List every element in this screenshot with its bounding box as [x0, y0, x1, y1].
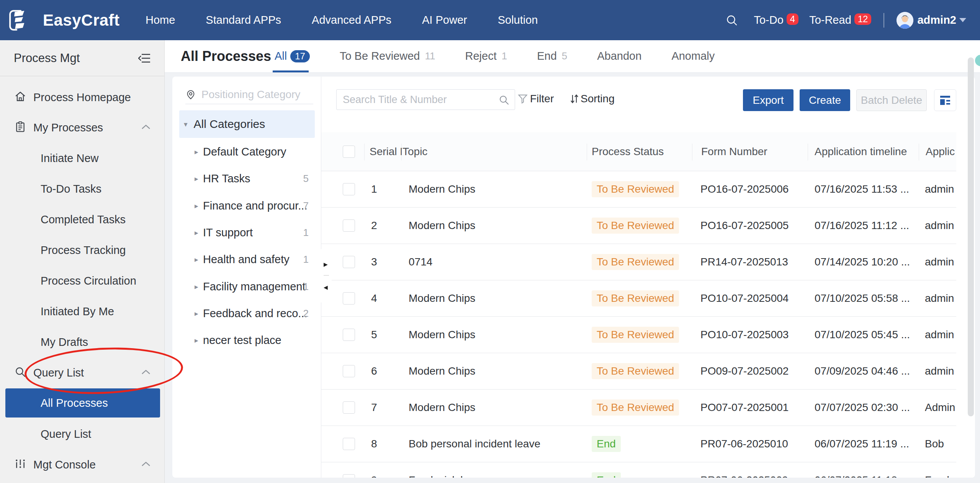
sidebar-item-all-processes-selected[interactable]: All Processes [5, 388, 160, 418]
caret-right-icon: ▸ [195, 174, 198, 183]
tab-anomaly[interactable]: Anomaly [671, 50, 715, 62]
category-count: 5 [303, 173, 309, 185]
clipboard-icon [15, 121, 26, 134]
tab-to-be-reviewed[interactable]: To Be Reviewed 11 [340, 50, 435, 62]
table-row[interactable]: 5 Modern Chips To Be Reviewed PO10-07-20… [321, 317, 956, 353]
row-checkbox[interactable] [343, 329, 355, 341]
sidebar-item-process-circulation[interactable]: Process Circulation [0, 265, 164, 296]
column-settings-button[interactable] [934, 89, 956, 111]
table-region: Filter Sorting Export Create Batch Delet… [321, 77, 956, 478]
select-all-checkbox[interactable] [343, 146, 355, 158]
sidebar-item-mgt-console[interactable]: Mgt Console [0, 449, 164, 480]
sidebar-collapse-icon[interactable] [138, 52, 151, 65]
tab-end[interactable]: End 5 [537, 50, 567, 62]
tab-all[interactable]: All 17 [275, 50, 310, 62]
table-row[interactable]: 1 Modern Chips To Be Reviewed PO16-07-20… [321, 171, 956, 208]
nav-item-home[interactable]: Home [146, 14, 175, 26]
toread-label: To-Read [809, 14, 851, 26]
sorting-button[interactable]: Sorting [569, 93, 615, 105]
toread-link[interactable]: To-Read 12 [809, 14, 871, 26]
category-it-support[interactable]: ▸ IT support 1 [179, 219, 315, 246]
table-row[interactable]: 6 Modern Chips To Be Reviewed PO09-07-20… [321, 353, 956, 390]
category-label: IT support [203, 226, 253, 239]
panel-collapse-handle[interactable]: ▶ ◀ [321, 249, 332, 303]
sidebar-item-todo-tasks[interactable]: To-Do Tasks [0, 174, 164, 204]
sidebar-item-my-processes[interactable]: My Processes [0, 112, 164, 143]
table-search-field[interactable] [336, 89, 515, 110]
row-checkbox[interactable] [343, 256, 355, 268]
easycraft-logo-icon[interactable] [8, 8, 31, 34]
sidebar-item-label: Process Circulation [41, 275, 136, 287]
category-label: Feedback and reco... [203, 307, 307, 320]
category-count: 7 [303, 200, 309, 212]
category-health-safety[interactable]: ▸ Health and safety 1 [179, 246, 315, 273]
row-checkbox[interactable] [343, 474, 355, 478]
table-search-input[interactable] [343, 90, 496, 110]
export-button[interactable]: Export [743, 89, 793, 111]
table-row[interactable]: 4 Modern Chips To Be Reviewed PO10-07-20… [321, 280, 956, 317]
category-facility-management[interactable]: ▸ Facility management 1 [179, 273, 315, 300]
nav-item-ai-power[interactable]: AI Power [422, 14, 467, 26]
cell-timeline: 06/07/2025 11:18 ... [815, 462, 909, 478]
caret-right-icon: ▸ [195, 228, 198, 237]
category-all-categories[interactable]: ▾ All Categories [179, 110, 315, 138]
sidebar-item-initiated-by-me[interactable]: Initiated By Me [0, 296, 164, 327]
sidebar-item-query-list[interactable]: Query List [0, 357, 164, 388]
cell-serial: 9 [371, 462, 377, 478]
category-search-input[interactable] [201, 86, 312, 103]
chevron-up-icon [141, 124, 151, 131]
sidebar-item-query-list-sub[interactable]: Query List [0, 419, 164, 449]
column-divider [808, 144, 808, 160]
cell-timeline: 07/07/2025 02:30 ... [815, 390, 910, 426]
vertical-scrollbar-thumb[interactable] [968, 57, 974, 416]
category-label: HR Tasks [203, 172, 250, 185]
batch-delete-button[interactable]: Batch Delete [856, 89, 927, 111]
row-checkbox[interactable] [343, 401, 355, 414]
table-row[interactable]: 2 Modern Chips To Be Reviewed PO16-07-20… [321, 208, 956, 244]
sidebar-item-initiate-new[interactable]: Initiate New [0, 143, 164, 174]
todo-link[interactable]: To-Do 4 [754, 14, 798, 26]
navbar-search-icon[interactable] [725, 14, 738, 27]
table-row[interactable]: 3 0714 To Be Reviewed PR14-07-2025013 07… [321, 244, 956, 280]
category-feedback[interactable]: ▸ Feedback and reco... 2 [179, 300, 315, 327]
sidebar-item-process-homepage[interactable]: Process Homepage [0, 82, 164, 113]
cell-applicant: Admin [925, 390, 955, 426]
cell-timeline: 07/16/2025 11:12 ... [815, 208, 909, 244]
sidebar-item-my-drafts[interactable]: My Drafts [0, 327, 164, 357]
table-row[interactable]: 8 Bob personal incident leave End PR07-0… [321, 426, 956, 462]
sidebar-item-process-tracking[interactable]: Process Tracking [0, 235, 164, 265]
row-checkbox[interactable] [343, 219, 355, 232]
table-row[interactable]: 9 Frank sick leave End PR07-06-2025009 0… [321, 462, 956, 478]
nav-item-advanced-apps[interactable]: Advanced APPs [312, 14, 391, 26]
row-checkbox[interactable] [343, 183, 355, 195]
category-hr-tasks[interactable]: ▸ HR Tasks 5 [179, 165, 315, 192]
row-checkbox[interactable] [343, 365, 355, 377]
sidebar-item-label: Mgt Console [33, 458, 96, 471]
user-avatar[interactable] [897, 12, 913, 29]
sidebar-item-completed-tasks[interactable]: Completed Tasks [0, 204, 164, 235]
search-icon[interactable] [499, 95, 509, 105]
cell-topic: Modern Chips [409, 280, 475, 316]
row-checkbox[interactable] [343, 292, 355, 305]
category-necer-test-place[interactable]: ▸ necer test place [179, 327, 315, 354]
row-checkbox[interactable] [343, 438, 355, 450]
username-label[interactable]: admin2 [917, 14, 956, 26]
sidebar-item-label: To-Do Tasks [41, 183, 101, 195]
tab-abandon[interactable]: Abandon [597, 50, 641, 62]
tab-reject[interactable]: Reject 1 [465, 50, 507, 62]
tab-label: Abandon [597, 50, 641, 62]
category-search-field[interactable] [185, 86, 313, 104]
nav-item-solution[interactable]: Solution [498, 14, 538, 26]
table-row[interactable]: 7 Modern Chips To Be Reviewed PO07-07-20… [321, 390, 956, 426]
cell-serial: 3 [371, 244, 377, 280]
create-button[interactable]: Create [800, 89, 850, 111]
category-finance[interactable]: ▸ Finance and procur... 7 [179, 192, 315, 219]
filter-button[interactable]: Filter [517, 93, 554, 105]
nav-item-standard-apps[interactable]: Standard APPs [206, 14, 281, 26]
cell-form-number: PR07-06-2025010 [700, 426, 788, 462]
user-menu-caret-icon[interactable] [959, 18, 966, 22]
sidebar-item-label: Process Tracking [41, 244, 126, 257]
search-icon [15, 366, 26, 379]
category-default-category[interactable]: ▸ Default Category [179, 138, 315, 165]
cell-topic: Modern Chips [409, 171, 475, 207]
